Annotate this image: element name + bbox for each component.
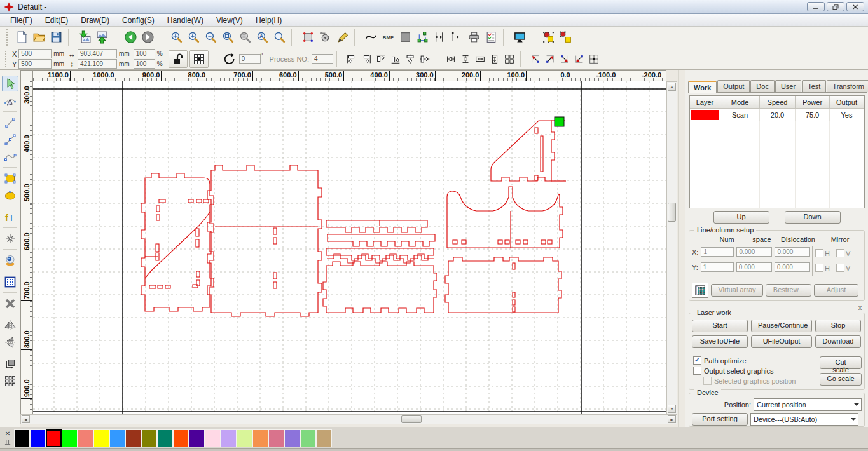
menu-handle[interactable]: Handle(W) [161, 15, 210, 26]
same-size-icon[interactable] [502, 51, 517, 66]
align-left-icon[interactable] [345, 51, 359, 66]
x-position-field[interactable] [18, 49, 52, 58]
align-top-icon[interactable] [374, 51, 389, 66]
zoom-page-icon[interactable] [219, 29, 237, 46]
scale-x-field[interactable] [134, 49, 155, 58]
cut-slot[interactable] [498, 240, 502, 244]
same-height-icon[interactable] [488, 51, 502, 66]
drawing-canvas[interactable] [33, 81, 666, 414]
horizontal-scroll-thumb[interactable] [401, 415, 422, 423]
cut-slot[interactable] [462, 240, 466, 244]
cut-slot[interactable] [149, 285, 156, 288]
panel-close-icon[interactable]: x [858, 304, 862, 311]
cut-path[interactable] [207, 165, 322, 316]
minimize-button[interactable] [807, 2, 825, 11]
output-select-checkbox[interactable] [693, 367, 701, 375]
zoom-all-icon[interactable]: A [254, 29, 271, 46]
position-dropdown[interactable]: Current position [754, 398, 862, 411]
path-optimize-checkbox[interactable] [693, 356, 701, 365]
process-no-field[interactable] [312, 54, 333, 64]
cut-path[interactable] [323, 262, 437, 313]
grid-snap-icon[interactable] [189, 50, 209, 68]
cut-slot[interactable] [196, 229, 199, 236]
menu-draw[interactable]: Draw(D) [74, 15, 116, 26]
bestrew-button[interactable]: Bestrew... [766, 284, 811, 297]
cut-slot[interactable] [513, 263, 515, 269]
datum-tr-icon[interactable] [543, 51, 558, 66]
array-preview-button[interactable] [692, 283, 708, 298]
tool-grid-array-icon[interactable] [2, 274, 18, 290]
cut-slot[interactable] [523, 240, 528, 244]
datum-tl-icon[interactable] [528, 51, 543, 66]
zoom-out-icon[interactable] [202, 29, 219, 46]
y-position-field[interactable] [18, 59, 52, 69]
forward-icon[interactable] [139, 29, 156, 46]
x-num-field[interactable] [701, 247, 734, 257]
tool-node-edit-icon[interactable] [2, 93, 18, 109]
x-mirror-v-checkbox[interactable] [836, 249, 844, 257]
y-space-field[interactable] [736, 262, 772, 272]
print-icon[interactable] [465, 29, 483, 46]
palette-color-14[interactable] [237, 429, 252, 447]
cut-slot[interactable] [158, 285, 163, 288]
cut-slot[interactable] [273, 282, 277, 288]
palette-color-18[interactable] [300, 429, 316, 447]
tool-capture-icon[interactable] [2, 252, 18, 268]
export-icon[interactable] [93, 29, 111, 46]
palette-color-0[interactable] [14, 429, 30, 447]
palette-color-7[interactable] [125, 429, 141, 447]
tool-select-icon[interactable] [2, 76, 18, 91]
menu-file[interactable]: File(F) [4, 15, 39, 26]
col-output[interactable]: Output [830, 96, 864, 108]
menu-config[interactable]: Config(S) [116, 15, 161, 26]
go-scale-button[interactable]: Go scale [820, 373, 862, 386]
horizontal-scrollbar[interactable]: ◄ ► [20, 414, 677, 424]
back-icon[interactable] [122, 29, 139, 46]
toolbar-grip2[interactable] [5, 51, 8, 67]
cut-slot[interactable] [516, 240, 520, 244]
laser-origin-marker[interactable] [555, 117, 564, 126]
menu-edit[interactable]: Edit(E) [39, 15, 75, 26]
tool-rectangle-icon[interactable] [2, 170, 18, 186]
align-center-v-icon[interactable] [418, 51, 432, 66]
import-icon[interactable] [76, 29, 93, 46]
toolbar-grip[interactable] [6, 29, 10, 46]
palette-color-13[interactable] [221, 429, 237, 447]
device-dropdown[interactable]: Device---(USB:Auto) [750, 413, 858, 426]
tab-doc[interactable]: Doc [750, 80, 775, 92]
pen-edit-icon[interactable] [334, 29, 351, 46]
datum-bl-icon[interactable] [572, 51, 587, 66]
palette-color-17[interactable] [284, 429, 300, 447]
palette-color-11[interactable] [189, 429, 205, 447]
datum-br-icon[interactable] [558, 51, 572, 66]
col-mode[interactable]: Mode [720, 96, 760, 108]
cut-slot[interactable] [453, 240, 457, 244]
tab-work[interactable]: Work [688, 81, 717, 93]
cut-slot[interactable] [273, 273, 277, 279]
palette-color-3[interactable] [62, 429, 78, 447]
rotate-icon[interactable] [222, 51, 237, 67]
palette-color-8[interactable] [141, 429, 157, 447]
save-icon[interactable] [48, 29, 65, 46]
zoom-gray-icon[interactable] [237, 29, 254, 46]
curve-icon[interactable] [362, 29, 380, 46]
lock-open-icon[interactable] [169, 50, 188, 68]
scroll-down-icon[interactable]: ▼ [668, 405, 676, 413]
x-mirror-h-checkbox[interactable] [815, 249, 823, 257]
scroll-up-icon[interactable]: ▲ [668, 83, 676, 91]
cut-scale-button[interactable]: Cut scale [820, 356, 862, 369]
scroll-right-icon[interactable]: ► [668, 415, 676, 423]
space-v-icon[interactable] [458, 51, 473, 66]
vertical-scrollbar[interactable]: ▲ ▼ [666, 81, 677, 414]
open-icon[interactable] [31, 29, 48, 46]
cut-slot[interactable] [196, 199, 202, 203]
cut-slot[interactable] [159, 199, 165, 203]
zoom-in-icon[interactable] [185, 29, 202, 46]
cut-slot[interactable] [541, 136, 543, 172]
same-width-icon[interactable] [473, 51, 488, 66]
no-color-button[interactable]: ✕ [4, 429, 11, 438]
y-num-field[interactable] [701, 262, 734, 272]
bmp-icon[interactable]: BMP [380, 29, 397, 46]
ufile-output-button[interactable]: UFileOutput [751, 335, 812, 348]
rotate-tool-icon[interactable] [317, 29, 334, 46]
